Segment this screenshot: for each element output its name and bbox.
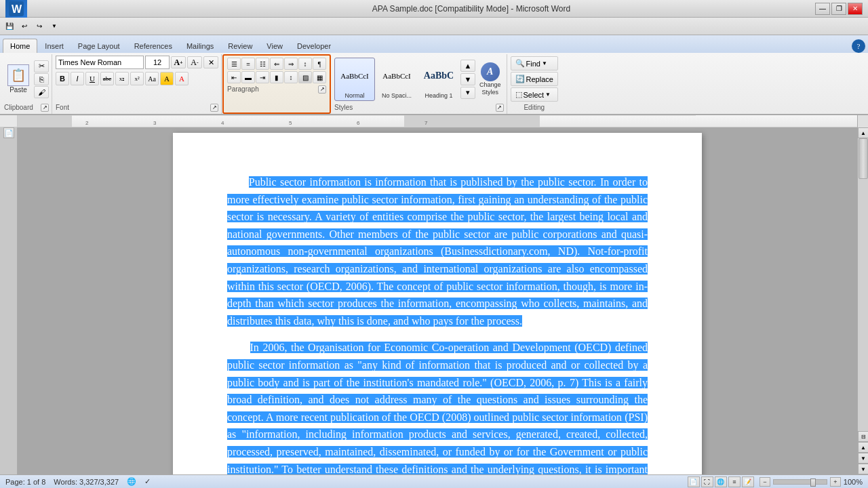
tab-insert[interactable]: Insert <box>38 39 71 53</box>
style-no-spacing[interactable]: AaBbCcI No Spaci... <box>376 58 417 101</box>
scroll-down-button[interactable]: ▼ <box>858 464 868 474</box>
prev-page-button[interactable]: ▲ <box>858 442 868 453</box>
paragraph-2: In 2006, the Organisation for Economic C… <box>227 339 648 474</box>
subscript-button[interactable]: x₂ <box>115 72 129 85</box>
tab-developer[interactable]: Developer <box>290 39 338 53</box>
print-layout-button[interactable]: 📄 <box>688 476 700 487</box>
document-area[interactable]: Public sector information is information… <box>18 127 857 474</box>
styles-group-bottom: Styles ↗ <box>334 102 504 113</box>
format-painter-button[interactable]: 🖌 <box>34 86 49 98</box>
show-hide-button[interactable]: ¶ <box>313 58 326 70</box>
redo-button[interactable]: ↪ <box>33 20 46 33</box>
undo-button[interactable]: ↩ <box>18 20 31 33</box>
paragraph-expand-button[interactable]: ↗ <box>318 85 326 94</box>
paragraph-group: ☰ ≡ ☷ ⇐ ⇒ ↕ ¶ ⇤ ▬ ⇥ ▮ ↕ ▨ <box>224 56 329 96</box>
change-styles-label: ChangeStyles <box>479 81 501 96</box>
zoom-percent: 100% <box>844 478 863 486</box>
font-shrink-button[interactable]: A- <box>187 56 202 68</box>
full-screen-button[interactable]: ⛶ <box>701 476 713 487</box>
select-icon: ⬚ <box>515 90 522 99</box>
restore-button[interactable]: ❐ <box>831 3 846 15</box>
ruler: 2 3 4 5 6 7 <box>18 115 857 127</box>
ruler-svg: 2 3 4 5 6 7 <box>18 115 857 127</box>
align-right-button[interactable]: ⇥ <box>256 71 269 83</box>
clear-formatting-button[interactable]: ✕ <box>203 56 218 68</box>
next-page-button[interactable]: ▼ <box>858 453 868 464</box>
window-title: APA Sample.doc [Compatibility Mode] - Mi… <box>127 4 815 14</box>
save-button[interactable]: 💾 <box>3 20 16 33</box>
align-center-button[interactable]: ▬ <box>241 71 255 83</box>
minimize-button[interactable]: — <box>815 3 830 15</box>
underline-button[interactable]: U <box>85 72 99 85</box>
justify-button[interactable]: ▮ <box>270 71 283 83</box>
paste-button[interactable]: 📋 Paste <box>4 62 33 96</box>
style-heading1[interactable]: AaBbC Heading 1 <box>418 58 459 101</box>
styles-expand-button[interactable]: ↗ <box>496 104 504 112</box>
status-bar: Page: 1 of 8 Words: 3,327/3,327 🌐 ✓ 📄 ⛶ … <box>0 474 868 488</box>
decrease-indent-button[interactable]: ⇐ <box>270 58 283 70</box>
web-layout-button[interactable]: 🌐 <box>715 476 727 487</box>
paragraph-group-highlight: ☰ ≡ ☷ ⇐ ⇒ ↕ ¶ ⇤ ▬ ⇥ ▮ ↕ ▨ <box>222 54 331 114</box>
tab-view[interactable]: View <box>260 39 290 53</box>
zoom-slider-thumb[interactable] <box>810 479 816 487</box>
font-expand-button[interactable]: ↗ <box>210 104 218 112</box>
doc-map-button[interactable]: 📄 <box>3 127 14 138</box>
view-buttons: 📄 ⛶ 🌐 ≡ 📝 <box>688 476 754 487</box>
clipboard-expand-button[interactable]: ↗ <box>41 104 49 112</box>
zoom-out-button[interactable]: − <box>760 477 770 487</box>
scroll-thumb[interactable] <box>859 138 868 179</box>
highlight-button[interactable]: A <box>160 72 174 85</box>
line-spacing-button[interactable]: ↕ <box>284 71 298 83</box>
styles-navigation: ▲ ▼ ▾ <box>460 60 475 99</box>
select-button[interactable]: ⬚ Select ▼ <box>511 87 558 102</box>
align-left-button[interactable]: ⇤ <box>227 71 241 83</box>
sort-button[interactable]: ↕ <box>298 58 312 70</box>
italic-button[interactable]: I <box>71 72 84 85</box>
tab-home[interactable]: Home <box>3 39 37 53</box>
change-styles-button[interactable]: A ChangeStyles <box>477 61 504 98</box>
multilevel-list-button[interactable]: ☷ <box>256 58 269 70</box>
split-view-button[interactable]: ⊟ <box>858 431 868 442</box>
increase-indent-button[interactable]: ⇒ <box>284 58 298 70</box>
font-grow-button[interactable]: A+ <box>171 56 186 68</box>
styles-scroll-down[interactable]: ▼ <box>460 73 475 85</box>
replace-button[interactable]: 🔄 Replace <box>511 72 558 86</box>
right-scrollbar: ▲ ⊟ ▲ ▼ ▼ <box>857 127 868 474</box>
word-count: Words: 3,327/3,327 <box>54 478 119 486</box>
tab-mailings[interactable]: Mailings <box>180 39 220 53</box>
scroll-track[interactable] <box>858 138 868 431</box>
shading-button[interactable]: ▨ <box>298 71 312 83</box>
scroll-up-button[interactable]: ▲ <box>858 127 868 138</box>
styles-more[interactable]: ▾ <box>460 87 475 99</box>
tab-references[interactable]: References <box>127 39 179 53</box>
tab-page-layout[interactable]: Page Layout <box>71 39 127 53</box>
bold-button[interactable]: B <box>56 72 69 85</box>
copy-button[interactable]: ⎘ <box>34 73 49 85</box>
outline-button[interactable]: ≡ <box>728 476 741 487</box>
styles-scroll-up[interactable]: ▲ <box>460 60 475 72</box>
style-normal[interactable]: AaBbCcI Normal <box>334 58 375 101</box>
close-button[interactable]: ✕ <box>848 3 863 15</box>
p1-selected: Public sector information is information… <box>227 176 648 327</box>
strikethrough-button[interactable]: abc <box>100 72 114 85</box>
font-size-input[interactable]: 12 <box>145 56 170 69</box>
help-button[interactable]: ? <box>852 39 865 53</box>
superscript-button[interactable]: x² <box>130 72 144 85</box>
paragraph-label: Paragraph <box>227 84 259 94</box>
change-case-button[interactable]: Aa <box>145 72 159 85</box>
numbering-button[interactable]: ≡ <box>241 58 255 70</box>
quick-access-dropdown[interactable]: ▼ <box>47 20 61 33</box>
zoom-slider[interactable] <box>773 479 827 485</box>
font-name-row: Times New Roman 12 A+ A- ✕ <box>56 56 218 69</box>
style-no-spacing-preview: AaBbCcI <box>378 60 415 92</box>
zoom-in-button[interactable]: + <box>830 477 841 487</box>
draft-button[interactable]: 📝 <box>742 476 754 487</box>
cut-button[interactable]: ✂ <box>34 60 49 73</box>
borders-button[interactable]: ▦ <box>313 71 326 83</box>
select-dropdown-icon: ▼ <box>545 92 551 98</box>
font-color-button[interactable]: A <box>175 72 189 85</box>
bullets-button[interactable]: ☰ <box>227 58 241 70</box>
tab-review[interactable]: Review <box>221 39 259 53</box>
find-button[interactable]: 🔍 Find ▼ <box>511 56 558 70</box>
font-name-input[interactable]: Times New Roman <box>56 56 144 69</box>
